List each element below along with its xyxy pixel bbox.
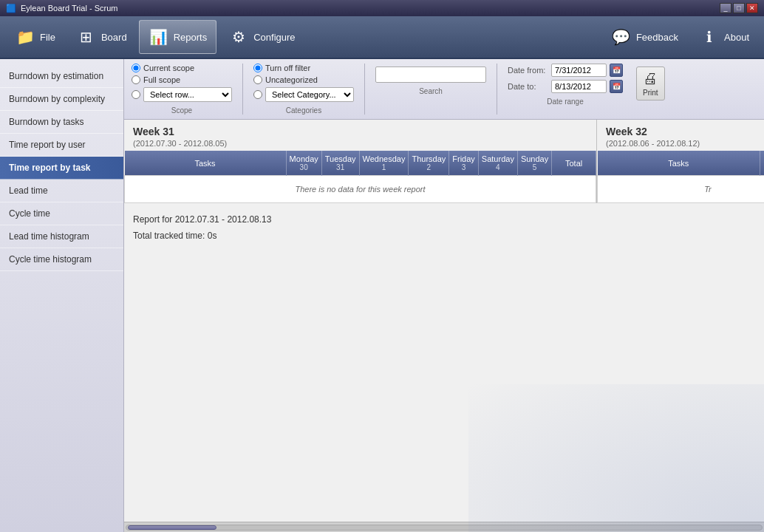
configure-icon: ⚙ — [228, 27, 249, 47]
week-31-header: Week 31 — [124, 120, 596, 139]
report-content: Week 31 (2012.07.30 - 2012.08.05) Tasks … — [124, 120, 764, 522]
category-filter-row: Turn off filter — [253, 64, 354, 72]
scope-row-select[interactable]: Select row... — [143, 87, 232, 102]
sidebar-item-burndown-estimation[interactable]: Burndown by estimation — [0, 65, 123, 88]
print-button[interactable]: 🖨 Print — [636, 66, 665, 100]
minimize-button[interactable]: _ — [720, 3, 731, 13]
week-31-section: Week 31 (2012.07.30 - 2012.08.05) Tasks … — [124, 120, 597, 203]
wednesday-num: 1 — [363, 163, 406, 171]
board-button[interactable]: ⊞ Board — [67, 20, 136, 54]
scope-row-row: Select row... — [132, 87, 232, 102]
horizontal-scrollbar[interactable] — [124, 522, 764, 532]
total-tracked-text: Total tracked time: 0s — [133, 228, 755, 245]
scope-full-row: Full scope — [132, 75, 232, 84]
week-32-tasks-header: Tasks — [598, 151, 760, 176]
category-uncategorized-radio[interactable] — [253, 75, 262, 84]
week-31-friday-header: Friday 3 — [449, 151, 479, 176]
week-31-no-data-row: There is no data for this week report — [125, 176, 596, 203]
week-32-section: Week 32 (2012.08.06 - 2012.08.12) Tasks … — [597, 120, 764, 203]
file-icon: 📁 — [15, 27, 35, 47]
week-31-no-data-cell: There is no data for this week report — [125, 176, 596, 203]
week-31-total-header: Total — [552, 151, 596, 176]
weeks-container: Week 31 (2012.07.30 - 2012.08.05) Tasks … — [124, 120, 764, 203]
feedback-icon: 💬 — [611, 27, 632, 47]
date-to-calendar-button[interactable]: 📅 — [610, 80, 623, 93]
report-for-text: Report for 2012.07.31 - 2012.08.13 — [133, 212, 755, 228]
about-button[interactable]: ℹ About — [690, 20, 758, 54]
maximize-button[interactable]: □ — [733, 3, 745, 13]
category-filter-radio[interactable] — [253, 64, 262, 72]
close-button[interactable]: ✕ — [746, 3, 758, 13]
filter-divider-3 — [497, 64, 497, 115]
sidebar-item-cycle-time-histogram[interactable]: Cycle time histogram — [0, 248, 123, 271]
sidebar-item-burndown-tasks[interactable]: Burndown by tasks — [0, 111, 123, 134]
date-range-section-title: Date range — [508, 98, 623, 106]
scrollbar-thumb[interactable] — [128, 525, 216, 530]
date-to-input[interactable] — [551, 80, 607, 93]
scope-row-radio[interactable] — [132, 90, 140, 99]
title-bar: 🟦 Eylean Board Trial - Scrum _ □ ✕ — [0, 0, 764, 16]
monday-num: 30 — [290, 163, 318, 171]
file-button[interactable]: 📁 File — [6, 20, 64, 54]
scope-section: Current scope Full scope Select row... S… — [132, 64, 232, 115]
date-from-input[interactable] — [551, 64, 607, 77]
sidebar-item-burndown-complexity[interactable]: Burndown by complexity — [0, 88, 123, 111]
week-32-sub: (2012.08.06 - 2012.08.12) — [597, 139, 764, 151]
about-icon: ℹ — [699, 27, 720, 47]
sidebar: Burndown by estimation Burndown by compl… — [0, 59, 124, 532]
sidebar-item-lead-time-histogram[interactable]: Lead time histogram — [0, 225, 123, 248]
category-uncategorized-row: Uncategorized — [253, 75, 354, 84]
date-from-label: Date from: — [508, 66, 548, 75]
configure-button[interactable]: ⚙ Configure — [219, 20, 304, 54]
week-31-sunday-header: Sunday 5 — [517, 151, 551, 176]
report-summary: Report for 2012.07.31 - 2012.08.13 Total… — [124, 203, 764, 253]
sunday-num: 5 — [521, 163, 548, 171]
window-controls[interactable]: _ □ ✕ — [720, 3, 758, 13]
scope-full-label: Full scope — [143, 75, 180, 84]
search-section: Search — [375, 64, 486, 95]
scope-full-radio[interactable] — [132, 75, 140, 84]
category-select-row: Select Category... — [253, 87, 354, 102]
week-32-table: Tasks Monday 6 Tr — [597, 151, 764, 203]
category-uncategorized-label: Uncategorized — [265, 75, 318, 84]
scrollbar-track — [126, 525, 763, 531]
saturday-name: Saturday — [482, 154, 514, 163]
week-32-no-data-cell: Tr — [598, 176, 765, 203]
filter-divider-2 — [364, 64, 365, 115]
week-31-saturday-header: Saturday 4 — [478, 151, 517, 176]
app-icon: 🟦 — [6, 4, 16, 13]
thursday-num: 2 — [412, 163, 446, 171]
filter-divider-1 — [242, 64, 243, 115]
toolbar-right: 💬 Feedback ℹ About — [602, 20, 758, 54]
wednesday-name: Wednesday — [363, 154, 406, 163]
date-from-calendar-button[interactable]: 📅 — [610, 64, 623, 77]
week-32-no-data-row: Tr — [598, 176, 765, 203]
sidebar-item-cycle-time[interactable]: Cycle time — [0, 202, 123, 225]
week-31-wednesday-header: Wednesday 1 — [359, 151, 409, 176]
category-filter-label: Turn off filter — [265, 64, 310, 72]
scope-section-title: Scope — [132, 106, 232, 115]
scope-current-radio[interactable] — [132, 64, 140, 72]
category-select-radio[interactable] — [253, 90, 262, 99]
window-title: Eylean Board Trial - Scrum — [21, 4, 117, 13]
reports-button[interactable]: 📊 Reports — [139, 20, 217, 54]
date-to-row: Date to: 📅 — [508, 80, 623, 93]
sidebar-item-time-report-task[interactable]: Time report by task — [0, 157, 123, 180]
sidebar-item-lead-time[interactable]: Lead time — [0, 180, 123, 202]
feedback-button[interactable]: 💬 Feedback — [602, 20, 687, 54]
category-select[interactable]: Select Category... — [265, 87, 354, 102]
date-from-row: Date from: 📅 — [508, 64, 623, 77]
tuesday-num: 31 — [325, 163, 356, 171]
sunday-name: Sunday — [521, 154, 548, 163]
date-to-label: Date to: — [508, 82, 548, 91]
print-label: Print — [643, 89, 658, 97]
week-31-thursday-header: Thursday 2 — [409, 151, 449, 176]
sidebar-item-time-report-user[interactable]: Time report by user — [0, 134, 123, 157]
toolbar: 📁 File ⊞ Board 📊 Reports ⚙ Configure 💬 F… — [0, 16, 764, 59]
content-area: Current scope Full scope Select row... S… — [124, 59, 764, 532]
search-input[interactable] — [375, 66, 486, 83]
week-31-tuesday-header: Tuesday 31 — [321, 151, 359, 176]
date-range-section: Date from: 📅 Date to: 📅 Date range — [508, 64, 623, 106]
week-31-tasks-header: Tasks — [125, 151, 287, 176]
scope-current-label: Current scope — [143, 64, 194, 72]
